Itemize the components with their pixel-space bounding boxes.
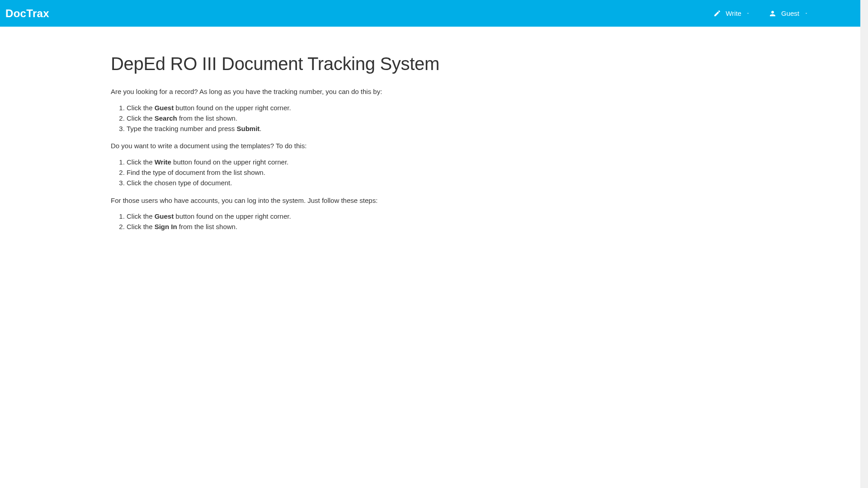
list-item: Click the chosen type of document. bbox=[127, 178, 545, 188]
scrollbar[interactable] bbox=[860, 0, 868, 239]
section1-intro: Are you looking for a record? As long as… bbox=[111, 87, 545, 97]
guest-label: Guest bbox=[781, 9, 799, 17]
list-item: Click the Guest button found on the uppe… bbox=[127, 211, 545, 221]
list-item: Find the type of document from the list … bbox=[127, 167, 545, 178]
list-item: Click the Guest button found on the uppe… bbox=[127, 103, 545, 113]
user-icon bbox=[769, 9, 777, 18]
section1-list: Click the Guest button found on the uppe… bbox=[127, 103, 545, 134]
guest-menu[interactable]: Guest bbox=[769, 9, 808, 18]
chevron-down-icon bbox=[804, 11, 808, 16]
pencil-icon bbox=[713, 9, 721, 17]
section3-list: Click the Guest button found on the uppe… bbox=[127, 211, 545, 232]
page-title: DepEd RO III Document Tracking System bbox=[111, 54, 545, 74]
section3-intro: For those users who have accounts, you c… bbox=[111, 196, 545, 206]
section2-intro: Do you want to write a document using th… bbox=[111, 141, 545, 151]
write-menu[interactable]: Write bbox=[713, 9, 750, 17]
chevron-down-icon bbox=[746, 11, 750, 16]
write-label: Write bbox=[726, 9, 741, 17]
nav-right: Write Guest bbox=[713, 9, 863, 18]
list-item: Type the tracking number and press Submi… bbox=[127, 123, 545, 134]
list-item: Click the Sign In from the list shown. bbox=[127, 221, 545, 232]
list-item: Click the Search from the list shown. bbox=[127, 113, 545, 123]
app-logo[interactable]: DocTrax bbox=[5, 7, 49, 20]
section2-list: Click the Write button found on the uppe… bbox=[127, 157, 545, 188]
main-content: DepEd RO III Document Tracking System Ar… bbox=[111, 27, 545, 232]
header: DocTrax Write Guest bbox=[0, 0, 868, 27]
list-item: Click the Write button found on the uppe… bbox=[127, 157, 545, 167]
